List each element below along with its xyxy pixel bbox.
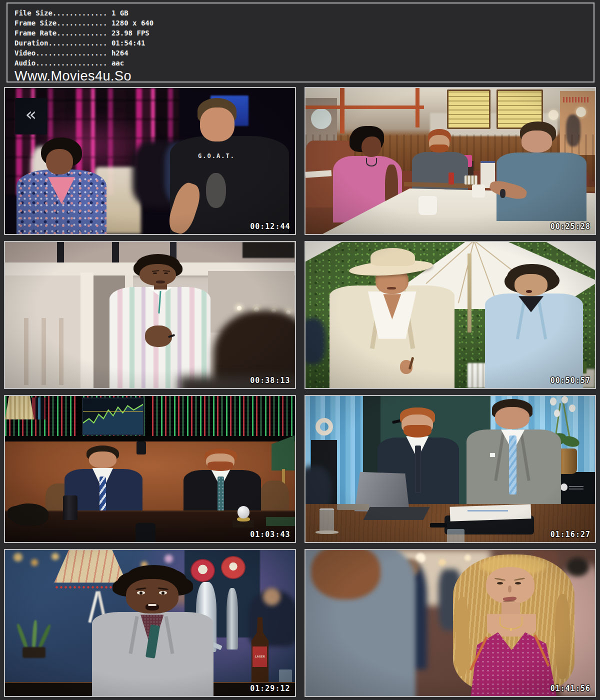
- info-label: Video: [14, 49, 36, 57]
- person-center: [110, 255, 211, 388]
- person-left: [16, 138, 106, 234]
- face: [46, 149, 73, 174]
- dot-leader: .................: [36, 59, 107, 67]
- timestamp-overlay: 01:29:12: [250, 684, 290, 693]
- gold-necklace: [500, 616, 522, 629]
- bokeh-light: [438, 559, 446, 566]
- face: [89, 452, 116, 468]
- stock-ticker-screens: [5, 396, 295, 440]
- screenshot-thumbnail-4: 00:50:57: [304, 241, 596, 389]
- ceiling-light: [237, 306, 242, 310]
- umbrella-pole: [468, 254, 472, 332]
- notepad: [337, 504, 369, 510]
- bokeh-light: [141, 562, 148, 568]
- wristwatch: [500, 189, 506, 198]
- coaster: [316, 530, 338, 534]
- info-label: File Size: [14, 9, 52, 17]
- info-value: h264: [112, 49, 128, 57]
- ring-sculpture: [316, 418, 333, 436]
- info-value: 23.98 FPS: [112, 29, 150, 37]
- info-row-frame-size: Frame Size............ 1280 x 640: [14, 18, 594, 28]
- screenshot-thumbnail-3: 00:38:13: [4, 241, 296, 389]
- site-watermark: Www.Movies4u.So: [14, 68, 594, 84]
- bokeh-light: [164, 554, 173, 564]
- info-label: Audio: [14, 59, 36, 67]
- person-center-gray-blazer: [92, 569, 214, 696]
- face: [200, 108, 234, 142]
- red-beard: [404, 425, 432, 438]
- bokeh-light: [31, 559, 38, 566]
- stock-chart-panel: [82, 398, 144, 436]
- person-right: G.O.A.T.: [170, 98, 289, 234]
- info-row-audio: Audio................. aac: [14, 58, 594, 68]
- dot-leader: .................: [36, 49, 107, 57]
- timestamp-overlay: 00:50:57: [550, 376, 590, 385]
- timestamp-overlay: 01:16:27: [550, 530, 590, 539]
- screenshot-thumbnail-6: 01:16:27: [304, 395, 596, 543]
- coffee-mug: [418, 196, 438, 215]
- orchid-flower: [569, 404, 576, 412]
- screenshot-thumbnail-1: « G.O.A.T. 00:12:44: [4, 87, 296, 235]
- info-value: 1280 x 640: [112, 19, 154, 27]
- menu-board: [447, 90, 490, 129]
- tshirt-graphic: [206, 173, 226, 208]
- info-row-file-size: File Size............. 1 GB: [14, 8, 594, 18]
- timestamp-overlay: 00:12:44: [250, 222, 290, 231]
- media-info-box: File Size............. 1 GB Frame Size..…: [6, 2, 594, 82]
- black-cup: [136, 523, 156, 542]
- documents: [450, 504, 532, 522]
- shakers: [464, 176, 478, 184]
- black-tumbler: [63, 496, 78, 520]
- red-beard: [208, 462, 232, 471]
- media-info-page: { "page": { "watermark": "Www.Movies4u.S…: [0, 0, 600, 700]
- window-neon-sign: [563, 97, 589, 103]
- person-right-gray-suit: [464, 399, 563, 522]
- info-value: aac: [112, 59, 124, 67]
- hair-lock: [555, 594, 570, 679]
- face: [362, 136, 381, 156]
- timestamp-overlay: 01:03:43: [250, 530, 290, 539]
- beer-tap: [226, 588, 238, 650]
- screenshot-thumbnail-5: 01:03:43: [4, 395, 296, 543]
- beer-bottle-label: LAGER: [252, 646, 267, 667]
- potted-plant: [11, 623, 60, 658]
- hair-lock: [456, 597, 469, 676]
- bokeh-light: [14, 553, 22, 562]
- phone: [430, 523, 448, 528]
- tshirt-text: G.O.A.T.: [170, 152, 262, 160]
- screenshot-thumbnail-7: LAGER 01:29:12: [4, 549, 296, 697]
- dark-tie: [415, 446, 421, 494]
- club-logo: «: [15, 98, 47, 134]
- info-label: Duration: [14, 39, 48, 47]
- timestamp-overlay: 00:38:13: [250, 376, 290, 385]
- info-label: Frame Rate: [14, 29, 56, 37]
- dot-leader: ............: [56, 19, 107, 27]
- necklace: [366, 158, 377, 166]
- dot-leader: ..............: [48, 39, 107, 47]
- blonde-woman: [453, 554, 574, 696]
- light-blue-tie: [509, 436, 516, 494]
- pleated-lamp: [5, 396, 34, 420]
- ketchup-bottle: [448, 172, 454, 184]
- info-row-frame-rate: Frame Rate............ 23.98 FPS: [14, 28, 594, 38]
- coffee-mug: [472, 184, 486, 198]
- info-value: 01:54:41: [112, 39, 145, 47]
- foreground-head: [311, 549, 380, 600]
- info-row-duration: Duration.............. 01:54:41: [14, 38, 594, 48]
- face: [495, 407, 530, 429]
- wall-slats: [11, 318, 72, 385]
- info-row-video: Video................. h264: [14, 48, 594, 58]
- dot-leader: ............: [56, 29, 107, 37]
- stock-chart-line: [83, 398, 144, 434]
- cowboy-hat-crown: [370, 248, 415, 266]
- person-right-blue-blazer: [482, 264, 586, 388]
- globe-lamp: [548, 110, 558, 120]
- laptop-keyboard: [363, 507, 430, 520]
- screenshot-grid: « G.O.A.T. 00:12:44: [4, 87, 596, 697]
- background-guest: [304, 318, 326, 364]
- face: [522, 130, 552, 152]
- info-label: Frame Size: [14, 19, 56, 27]
- beard: [430, 144, 448, 153]
- screenshot-thumbnail-8: 01:41:56: [304, 549, 596, 697]
- beer-tap-badge: [221, 556, 246, 580]
